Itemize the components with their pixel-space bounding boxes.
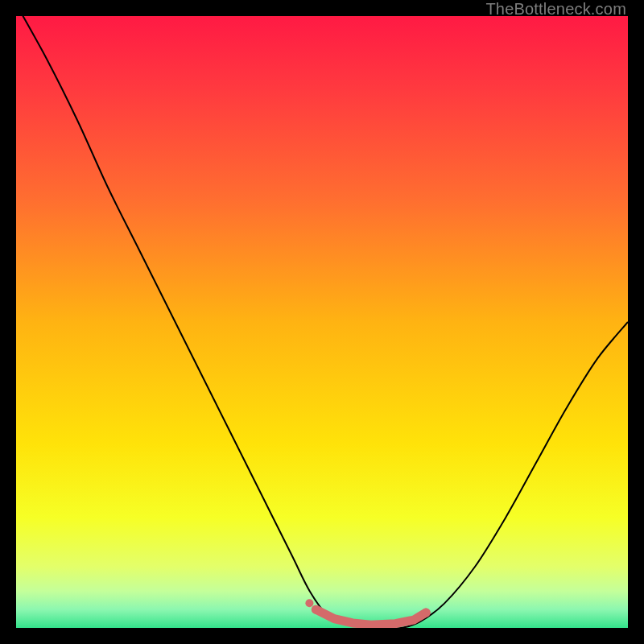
bottleneck-chart [16, 16, 628, 628]
plot-area [16, 16, 628, 628]
optimal-band-endpoint [312, 605, 320, 614]
chart-frame: TheBottleneck.com [0, 0, 644, 644]
optimal-band-dot [305, 599, 313, 607]
optimal-band-endpoint [422, 609, 431, 617]
gradient-background [16, 16, 628, 628]
